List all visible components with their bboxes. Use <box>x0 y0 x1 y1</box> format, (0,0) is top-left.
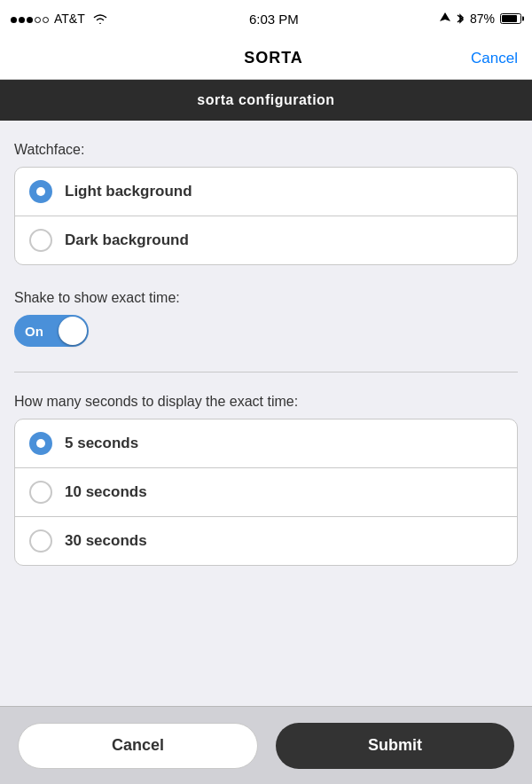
seconds-option-10[interactable]: 10 seconds <box>15 467 517 516</box>
divider <box>14 372 518 372</box>
cancel-button[interactable]: Cancel <box>18 723 258 769</box>
watchface-option-light[interactable]: Light background <box>15 168 517 216</box>
seconds-option-5[interactable]: 5 seconds <box>15 419 517 467</box>
wifi-icon <box>92 12 108 25</box>
battery-icon <box>500 13 521 24</box>
toggle-row: On <box>14 315 518 347</box>
seconds-5-label: 5 seconds <box>65 435 138 452</box>
seconds-radio-group: 5 seconds 10 seconds 30 seconds <box>14 419 518 566</box>
radio-circle-10 <box>29 481 52 504</box>
svg-marker-0 <box>440 12 450 21</box>
nav-cancel-button[interactable]: Cancel <box>471 50 518 67</box>
radio-circle-dark <box>29 229 52 252</box>
bottom-bar: Cancel Submit <box>0 706 532 784</box>
status-time: 6:03 PM <box>249 12 299 27</box>
radio-circle-light <box>29 180 52 203</box>
battery-fill <box>502 15 517 22</box>
watchface-label: Watchface: <box>14 142 518 158</box>
nav-title: SORTA <box>244 49 303 67</box>
battery-pct: 87% <box>470 12 495 26</box>
toggle-knob <box>59 317 87 345</box>
shake-toggle[interactable]: On <box>14 315 89 347</box>
seconds-10-label: 10 seconds <box>65 483 147 501</box>
submit-button[interactable]: Submit <box>276 723 514 769</box>
radio-circle-5 <box>29 432 52 455</box>
bluetooth-icon <box>456 12 465 25</box>
content-area: Watchface: Light background Dark backgro… <box>0 121 532 566</box>
seconds-30-label: 30 seconds <box>65 532 147 550</box>
signal-dots <box>11 12 51 26</box>
nav-bar: SORTA Cancel <box>0 37 532 80</box>
status-bar: AT&T 6:03 PM 87% <box>0 0 532 37</box>
watchface-radio-group: Light background Dark background <box>14 167 518 265</box>
location-icon <box>440 12 450 25</box>
seconds-option-30[interactable]: 30 seconds <box>15 516 517 565</box>
radio-circle-30 <box>29 529 52 553</box>
shake-section: Shake to show exact time: On <box>14 290 518 347</box>
section-header: sorta configuration <box>0 80 532 121</box>
carrier-label: AT&T <box>54 12 85 26</box>
status-left: AT&T <box>11 12 108 26</box>
section-header-title: sorta configuration <box>197 92 334 108</box>
watchface-light-label: Light background <box>65 183 192 200</box>
status-right: 87% <box>440 12 521 26</box>
watchface-dark-label: Dark background <box>65 231 189 249</box>
watchface-option-dark[interactable]: Dark background <box>15 216 517 264</box>
shake-label: Shake to show exact time: <box>14 290 518 306</box>
seconds-label: How many seconds to display the exact ti… <box>14 394 518 410</box>
